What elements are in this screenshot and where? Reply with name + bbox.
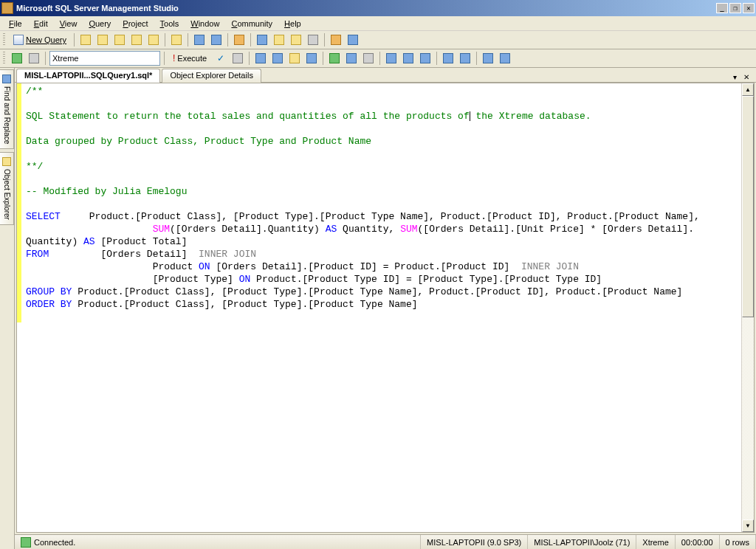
- execute-icon: !: [173, 53, 175, 63]
- globe-icon: [348, 35, 358, 45]
- new-query-button[interactable]: New Query: [10, 32, 70, 47]
- activity-monitor-button[interactable]: [232, 32, 247, 47]
- save-all-button[interactable]: [209, 32, 224, 47]
- conn-server: MISL-LAPTOPII (9.0 SP3): [421, 535, 528, 549]
- menu-project[interactable]: Project: [118, 18, 152, 30]
- actual-plan-icon: [329, 53, 340, 63]
- specify-values-button[interactable]: [304, 51, 319, 66]
- change-connection-button[interactable]: [27, 51, 41, 66]
- ce-query-icon: [148, 35, 159, 45]
- minimize-button[interactable]: _: [716, 3, 728, 13]
- connect-button[interactable]: [10, 51, 24, 66]
- results-text-icon: [386, 53, 396, 63]
- design-query-button[interactable]: [287, 51, 302, 66]
- restore-button[interactable]: ❐: [729, 3, 741, 13]
- menu-window[interactable]: Window: [186, 18, 224, 30]
- side-unpinned-tabs: Find and Replace Object Explorer: [0, 68, 15, 549]
- new-query-label: New Query: [26, 35, 66, 44]
- object-explorer-tab[interactable]: Object Explorer: [0, 152, 14, 225]
- cancel-query-button[interactable]: [230, 51, 245, 66]
- menu-edit[interactable]: Edit: [30, 18, 52, 30]
- toolbar-grip[interactable]: [3, 52, 5, 65]
- results-to-grid-button[interactable]: [401, 51, 416, 66]
- conn-db: Xtreme: [636, 535, 675, 549]
- menu-help[interactable]: Help: [280, 18, 306, 30]
- scroll-track[interactable]: [742, 96, 754, 519]
- scroll-up-button[interactable]: ▲: [742, 83, 754, 96]
- scroll-thumb[interactable]: [742, 96, 754, 317]
- display-estimated-plan-button[interactable]: [253, 51, 268, 66]
- menu-view[interactable]: View: [55, 18, 82, 30]
- tab-object-explorer-details[interactable]: Object Explorer Details: [162, 69, 261, 83]
- vertical-scrollbar[interactable]: ▲ ▼: [741, 83, 754, 532]
- menu-query[interactable]: Query: [84, 18, 115, 30]
- indent-icon: [500, 53, 510, 63]
- template-explorer-button[interactable]: [289, 32, 303, 47]
- conn-status: Connected.: [15, 535, 421, 549]
- close-tab-button[interactable]: ✕: [741, 72, 752, 82]
- find-and-replace-tab[interactable]: Find and Replace: [0, 69, 14, 149]
- editor-content: /** SQL Statement to return the total sa…: [26, 85, 738, 311]
- open-button[interactable]: [169, 32, 184, 47]
- design-query-icon: [289, 53, 300, 63]
- uncomment-button[interactable]: [458, 51, 472, 66]
- toolbar-grip[interactable]: [3, 33, 5, 46]
- conn-time: 00:00:00: [676, 535, 720, 549]
- toolbox-icon: [331, 35, 341, 45]
- increase-indent-button[interactable]: [498, 51, 512, 66]
- xmla-query-icon: [131, 35, 142, 45]
- save-all-icon: [211, 35, 221, 45]
- tab-controls: ▾ ✕: [729, 72, 755, 82]
- web-browser-button[interactable]: [346, 32, 360, 47]
- as-xmla-button[interactable]: [129, 32, 144, 47]
- scroll-down-button[interactable]: ▼: [742, 519, 754, 532]
- workspace: Find and Replace Object Explorer MISL-LA…: [0, 68, 756, 549]
- conn-rows: 0 rows: [720, 535, 756, 549]
- menu-tools[interactable]: Tools: [156, 18, 184, 30]
- menu-community[interactable]: Community: [227, 18, 277, 30]
- as-mdx-button[interactable]: [95, 32, 110, 47]
- decrease-indent-button[interactable]: [481, 51, 495, 66]
- active-files-dropdown[interactable]: ▾: [729, 72, 740, 82]
- execute-button[interactable]: ! Execute: [168, 51, 211, 66]
- mdx-query-icon: [97, 35, 108, 45]
- close-button[interactable]: ✕: [743, 3, 755, 13]
- de-query-button[interactable]: [78, 32, 93, 47]
- object-explorer-button[interactable]: [272, 32, 286, 47]
- results-grid-icon: [403, 53, 413, 63]
- sqlcmd-icon: [363, 53, 374, 63]
- sql-editor[interactable]: /** SQL Statement to return the total sa…: [17, 83, 741, 532]
- properties-window-button[interactable]: [306, 32, 320, 47]
- find-replace-label: Find and Replace: [3, 86, 11, 144]
- results-to-file-button[interactable]: [418, 51, 433, 66]
- registered-servers-button[interactable]: [255, 32, 269, 47]
- results-to-text-button[interactable]: [384, 51, 399, 66]
- object-explorer-label: Object Explorer: [3, 169, 11, 220]
- ce-query-button[interactable]: [146, 32, 161, 47]
- menu-file[interactable]: File: [4, 18, 27, 30]
- change-bar: [17, 83, 21, 322]
- sqlcmd-mode-button[interactable]: [361, 51, 376, 66]
- editor-container: /** SQL Statement to return the total sa…: [16, 83, 755, 533]
- registered-servers-icon: [257, 35, 267, 45]
- include-actual-plan-button[interactable]: [327, 51, 342, 66]
- available-databases-combo[interactable]: [49, 51, 160, 66]
- connection-status-bar: Connected. MISL-LAPTOPII (9.0 SP3) MISL-…: [15, 534, 756, 549]
- parse-button[interactable]: ✓: [213, 51, 228, 66]
- dmx-query-icon: [114, 35, 125, 45]
- as-dmx-button[interactable]: [112, 32, 127, 47]
- properties-icon: [308, 35, 318, 45]
- client-stats-icon: [346, 53, 357, 63]
- comment-button[interactable]: [441, 51, 456, 66]
- app-icon: [1, 2, 13, 14]
- stop-icon: [233, 53, 243, 63]
- analyze-query-button[interactable]: [270, 51, 285, 66]
- activity-monitor-icon: [234, 35, 244, 45]
- change-connection-icon: [29, 53, 39, 63]
- toolbox-button[interactable]: [329, 32, 343, 47]
- document-tabs: MISL-LAPTOPII...SQLQuery1.sql* Object Ex…: [15, 68, 756, 83]
- include-client-statistics-button[interactable]: [344, 51, 359, 66]
- save-button[interactable]: [192, 32, 207, 47]
- tab-sqlquery1[interactable]: MISL-LAPTOPII...SQLQuery1.sql*: [16, 69, 160, 83]
- connect-icon: [12, 53, 22, 63]
